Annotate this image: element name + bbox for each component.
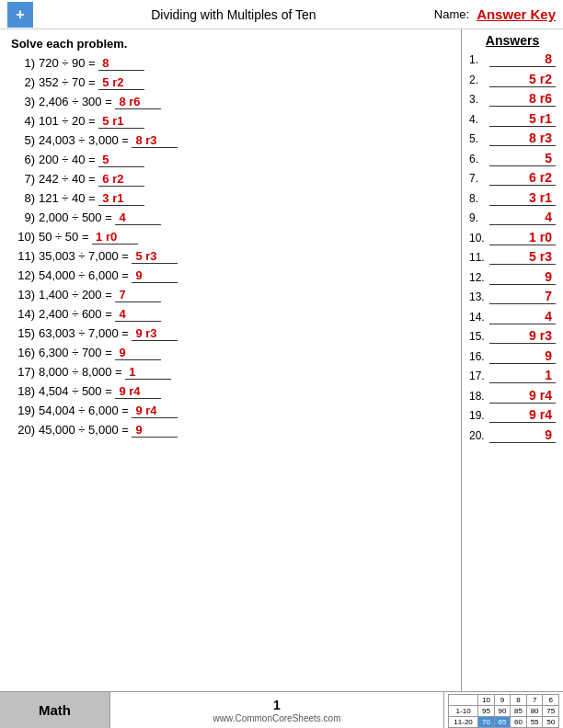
answers-section: Answers 1.82.5 r23.8 r64.5 r15.8 r36.57.… xyxy=(462,29,563,691)
problem-answer: 8 r6 xyxy=(115,95,161,109)
answer-number: 2. xyxy=(469,74,489,86)
answer-number: 5. xyxy=(469,132,489,145)
answer-number: 17. xyxy=(469,370,489,382)
problem-number: 20) xyxy=(11,423,35,437)
problem-text: 54,000 ÷ 6,000 = 9 xyxy=(39,268,450,283)
problem-number: 1) xyxy=(11,56,35,70)
answer-row: 4.5 r1 xyxy=(469,111,556,127)
score-header-1: 10 xyxy=(478,695,495,706)
problem-answer: 9 r4 xyxy=(132,404,178,418)
answer-row: 8.3 r1 xyxy=(469,190,556,206)
problem-answer: 1 r0 xyxy=(92,230,138,245)
problem-answer: 8 xyxy=(98,56,144,71)
answer-number: 13. xyxy=(469,290,489,303)
problem-row: 8)121 ÷ 40 = 3 r1 xyxy=(11,191,450,206)
problem-text: 45,000 ÷ 5,000 = 9 xyxy=(39,423,450,438)
problem-number: 18) xyxy=(11,384,35,398)
answer-value: 6 r2 xyxy=(489,170,556,186)
score-header-3: 8 xyxy=(511,695,527,706)
problem-answer: 9 r4 xyxy=(115,384,161,399)
answer-row: 17.1 xyxy=(469,368,556,383)
problem-answer: 9 r3 xyxy=(132,326,178,341)
score-header-4: 7 xyxy=(526,695,543,706)
problem-text: 200 ÷ 40 = 5 xyxy=(39,153,450,167)
answer-row: 19.9 r4 xyxy=(469,407,556,423)
answer-row: 13.7 xyxy=(469,289,556,304)
problem-answer: 5 r3 xyxy=(132,249,178,264)
problem-text: 2,000 ÷ 500 = 4 xyxy=(39,210,450,225)
footer-math-label: Math xyxy=(0,692,110,728)
problem-answer: 7 xyxy=(115,288,161,302)
problem-text: 352 ÷ 70 = 5 r2 xyxy=(39,75,450,90)
problem-text: 50 ÷ 50 = 1 r0 xyxy=(39,230,450,245)
problem-row: 14)2,400 ÷ 600 = 4 xyxy=(11,307,450,322)
problem-text: 35,003 ÷ 7,000 = 5 r3 xyxy=(39,249,450,264)
answer-row: 10.1 r0 xyxy=(469,230,556,245)
answer-value: 8 xyxy=(489,51,556,67)
problem-number: 12) xyxy=(11,268,35,282)
answer-row: 1.8 xyxy=(469,51,556,67)
problem-answer: 4 xyxy=(115,210,161,225)
problems-section: Solve each problem. 1)720 ÷ 90 = 82)352 … xyxy=(0,29,462,691)
score-r2-c2: 65 xyxy=(494,717,511,728)
score-r1-c4: 80 xyxy=(526,706,543,717)
answer-value: 9 r4 xyxy=(489,388,556,404)
problem-row: 6)200 ÷ 40 = 5 xyxy=(11,153,450,167)
answer-row: 7.6 r2 xyxy=(469,170,556,186)
answer-number: 8. xyxy=(469,192,489,205)
answer-value: 9 xyxy=(489,269,556,285)
problem-number: 3) xyxy=(11,95,35,108)
problem-row: 2)352 ÷ 70 = 5 r2 xyxy=(11,75,450,90)
problem-text: 4,504 ÷ 500 = 9 r4 xyxy=(39,384,450,399)
footer-center: 1 www.CommonCoreSheets.com xyxy=(110,692,443,728)
footer-page: 1 xyxy=(273,698,281,712)
score-r1-c5: 75 xyxy=(543,706,559,717)
answer-value: 1 r0 xyxy=(489,230,556,245)
answer-row: 5.8 r3 xyxy=(469,131,556,146)
problems-container: 1)720 ÷ 90 = 82)352 ÷ 70 = 5 r23)2,406 ÷… xyxy=(11,56,450,438)
problem-text: 54,004 ÷ 6,000 = 9 r4 xyxy=(39,404,450,418)
answer-value: 5 xyxy=(489,151,556,166)
problem-text: 2,400 ÷ 600 = 4 xyxy=(39,307,450,322)
problem-answer: 9 xyxy=(132,268,178,283)
answer-value: 9 xyxy=(489,348,556,364)
problem-number: 9) xyxy=(11,210,35,224)
problem-row: 11)35,003 ÷ 7,000 = 5 r3 xyxy=(11,249,450,264)
problem-row: 16)6,300 ÷ 700 = 9 xyxy=(11,346,450,360)
answers-title: Answers xyxy=(469,33,556,48)
logo: + xyxy=(7,2,33,28)
answer-value: 5 r2 xyxy=(489,72,556,87)
score-row-1-label: 1-10 xyxy=(449,706,478,717)
answer-number: 15. xyxy=(469,330,489,343)
answer-number: 19. xyxy=(469,409,489,422)
answer-number: 20. xyxy=(469,429,489,442)
answer-value: 4 xyxy=(489,309,556,324)
problem-number: 13) xyxy=(11,288,35,301)
problem-text: 8,000 ÷ 8,000 = 1 xyxy=(39,365,450,380)
problem-number: 19) xyxy=(11,404,35,417)
answer-number: 9. xyxy=(469,211,489,224)
score-header-2: 9 xyxy=(494,695,511,706)
problem-text: 1,400 ÷ 200 = 7 xyxy=(39,288,450,302)
solve-label: Solve each problem. xyxy=(11,37,450,51)
problem-number: 2) xyxy=(11,75,35,89)
problem-answer: 5 r2 xyxy=(98,75,144,90)
math-label-text: Math xyxy=(39,702,71,718)
score-header-0 xyxy=(449,695,478,706)
answer-row: 2.5 r2 xyxy=(469,72,556,87)
problem-text: 101 ÷ 20 = 5 r1 xyxy=(39,114,450,129)
problem-answer: 3 r1 xyxy=(98,191,144,206)
answer-value: 9 xyxy=(489,427,556,443)
problem-row: 15)63,003 ÷ 7,000 = 9 r3 xyxy=(11,326,450,341)
score-header-5: 6 xyxy=(543,695,559,706)
footer: Math 1 www.CommonCoreSheets.com 10 9 8 7… xyxy=(0,691,563,728)
problem-row: 18)4,504 ÷ 500 = 9 r4 xyxy=(11,384,450,399)
answer-number: 7. xyxy=(469,172,489,185)
score-r1-c1: 95 xyxy=(478,706,495,717)
answer-row: 20.9 xyxy=(469,427,556,443)
problem-answer: 8 r3 xyxy=(132,133,178,148)
problem-answer: 1 xyxy=(125,365,171,380)
problem-answer: 6 r2 xyxy=(98,172,144,187)
problem-row: 4)101 ÷ 20 = 5 r1 xyxy=(11,114,450,129)
answer-key-label: Answer Key xyxy=(477,6,556,22)
